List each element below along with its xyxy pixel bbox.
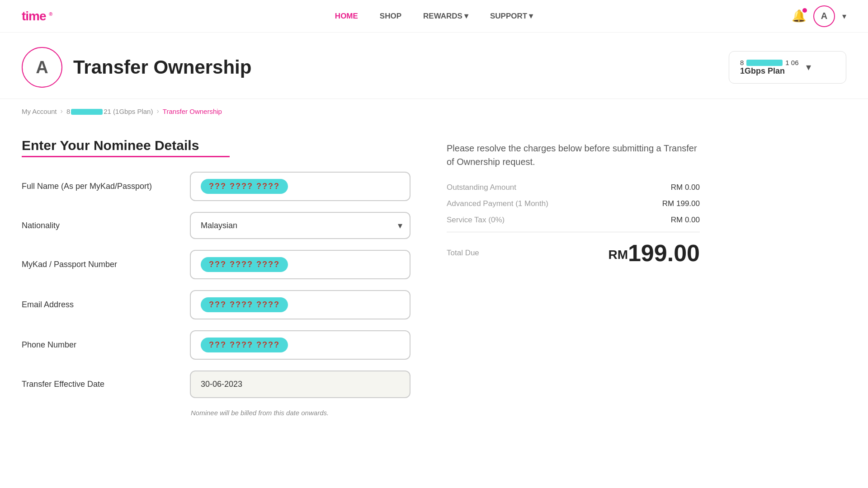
page-header-left: A Transfer Ownership xyxy=(22,47,251,88)
user-menu-chevron-icon[interactable]: ▾ xyxy=(842,11,846,21)
breadcrumb-current: Transfer Ownership xyxy=(163,108,222,115)
mykad-label: MyKad / Passport Number xyxy=(22,260,175,269)
advanced-payment-row: Advanced Payment (1 Month) RM 199.00 xyxy=(447,199,700,208)
full-name-redacted: ??? ???? ???? xyxy=(201,179,288,194)
nationality-label: Nationality xyxy=(22,221,175,230)
page-title: Transfer Ownership xyxy=(73,56,251,78)
phone-label: Phone Number xyxy=(22,340,175,350)
form-title: Enter Your Nominee Details xyxy=(22,138,410,153)
breadcrumb-account[interactable]: 821 (1Gbps Plan) xyxy=(66,108,153,115)
total-due-label: Total Due xyxy=(447,249,479,258)
email-input[interactable]: ??? ???? ???? xyxy=(190,290,410,319)
nav-right: 🔔 A ▾ xyxy=(792,5,846,27)
rewards-chevron-icon: ▾ xyxy=(464,11,468,21)
phone-input[interactable]: ??? ???? ???? xyxy=(190,330,410,360)
effective-date-row: Transfer Effective Date xyxy=(22,371,410,398)
breadcrumb: My Account › 821 (1Gbps Plan) › Transfer… xyxy=(0,99,868,123)
total-due-row: Total Due RM199.00 xyxy=(447,239,700,267)
nav-rewards[interactable]: REWARDS ▾ xyxy=(423,11,468,21)
phone-input-wrap: ??? ???? ???? xyxy=(190,330,410,360)
notification-bell-icon[interactable]: 🔔 xyxy=(792,9,806,23)
account-redacted-bar xyxy=(746,60,783,66)
mykad-input[interactable]: ??? ???? ???? xyxy=(190,250,410,279)
plan-name: 1Gbps Plan xyxy=(740,66,785,76)
user-avatar-nav[interactable]: A xyxy=(813,5,835,27)
nav-home[interactable]: HOME xyxy=(335,12,358,21)
logo-text-pink: e xyxy=(39,9,46,23)
plan-selector-info: 81 06 1Gbps Plan xyxy=(740,59,799,76)
logo-text-black: tim xyxy=(22,9,39,23)
service-tax-row: Service Tax (0%) RM 0.00 xyxy=(447,216,700,225)
nationality-select-wrap: MalaysianNon-Malaysian ▾ xyxy=(190,212,410,239)
form-note: Nominee will be billed from this date on… xyxy=(22,409,410,417)
nationality-input-wrap: MalaysianNon-Malaysian ▾ xyxy=(190,212,410,239)
email-redacted: ??? ???? ???? xyxy=(201,297,288,312)
nav-shop[interactable]: SHOP xyxy=(380,12,401,21)
advanced-payment-label: Advanced Payment (1 Month) xyxy=(447,199,548,208)
breadcrumb-sep-2: › xyxy=(156,107,159,115)
nav-support[interactable]: SUPPORT ▾ xyxy=(490,11,533,21)
logo[interactable]: time ® xyxy=(22,9,52,23)
nationality-row: Nationality MalaysianNon-Malaysian ▾ xyxy=(22,212,410,239)
mykad-row: MyKad / Passport Number ??? ???? ???? xyxy=(22,250,410,279)
service-tax-value: RM 0.00 xyxy=(671,216,700,225)
email-row: Email Address ??? ???? ???? xyxy=(22,290,410,319)
form-section: Enter Your Nominee Details Full Name (As… xyxy=(22,138,410,417)
main-content: Enter Your Nominee Details Full Name (As… xyxy=(0,123,868,431)
breadcrumb-my-account[interactable]: My Account xyxy=(22,108,57,115)
advanced-payment-value: RM 199.00 xyxy=(662,199,700,208)
plan-selector[interactable]: 81 06 1Gbps Plan ▾ xyxy=(729,51,846,84)
full-name-label: Full Name (As per MyKad/Passport) xyxy=(22,182,175,191)
email-input-wrap: ??? ???? ???? xyxy=(190,290,410,319)
nationality-select[interactable]: MalaysianNon-Malaysian xyxy=(190,212,410,239)
breadcrumb-sep-1: › xyxy=(61,107,63,115)
outstanding-amount-label: Outstanding Amount xyxy=(447,183,516,192)
form-title-underline xyxy=(22,156,230,157)
full-name-row: Full Name (As per MyKad/Passport) ??? ??… xyxy=(22,172,410,201)
charges-section: Please resolve the charges below before … xyxy=(447,138,700,417)
mykad-redacted: ??? ???? ???? xyxy=(201,257,288,272)
effective-date-input[interactable] xyxy=(190,371,410,398)
outstanding-amount-value: RM 0.00 xyxy=(671,183,700,192)
charges-notice: Please resolve the charges below before … xyxy=(447,141,700,169)
email-label: Email Address xyxy=(22,300,175,310)
account-redacted-bar-bc xyxy=(71,109,103,115)
charges-divider xyxy=(447,232,700,232)
mykad-input-wrap: ??? ???? ???? xyxy=(190,250,410,279)
effective-date-input-wrap xyxy=(190,371,410,398)
plan-account-number: 81 06 xyxy=(740,59,799,66)
full-name-input-wrap: ??? ???? ???? xyxy=(190,172,410,201)
outstanding-amount-row: Outstanding Amount RM 0.00 xyxy=(447,183,700,192)
support-chevron-icon: ▾ xyxy=(529,11,533,21)
plan-selector-chevron-icon: ▾ xyxy=(806,61,811,73)
total-due-rm-prefix: RM xyxy=(608,248,628,262)
phone-redacted: ??? ???? ???? xyxy=(201,338,288,352)
service-tax-label: Service Tax (0%) xyxy=(447,216,505,225)
effective-date-label: Transfer Effective Date xyxy=(22,380,175,389)
main-nav: time ® HOME SHOP REWARDS ▾ SUPPORT ▾ 🔔 A… xyxy=(0,0,868,33)
phone-row: Phone Number ??? ???? ???? xyxy=(22,330,410,360)
page-header: A Transfer Ownership 81 06 1Gbps Plan ▾ xyxy=(0,33,868,99)
notification-dot xyxy=(802,8,807,13)
total-due-value: RM199.00 xyxy=(608,239,700,267)
user-avatar-large: A xyxy=(22,47,62,88)
full-name-input[interactable]: ??? ???? ???? xyxy=(190,172,410,201)
nav-links: HOME SHOP REWARDS ▾ SUPPORT ▾ xyxy=(335,11,533,21)
